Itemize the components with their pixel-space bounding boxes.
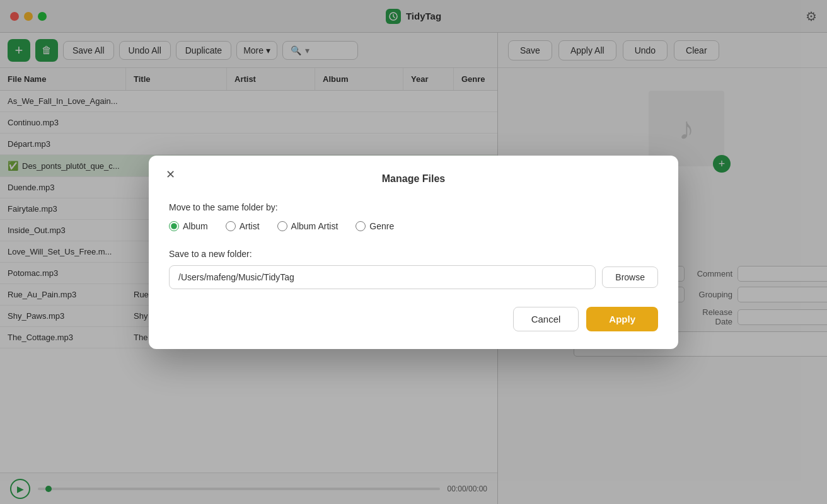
- radio-item-artist[interactable]: Artist: [226, 221, 260, 231]
- folder-row: Browse: [169, 265, 658, 289]
- radio-artist[interactable]: [226, 221, 236, 231]
- radio-item-album[interactable]: Album: [169, 221, 208, 231]
- radio-item-album_artist[interactable]: Album Artist: [277, 221, 338, 231]
- radio-item-genre[interactable]: Genre: [356, 221, 394, 231]
- move-section-label: Move to the same folder by:: [169, 202, 658, 212]
- radio-album[interactable]: [169, 221, 179, 231]
- radio-label-album: Album: [183, 221, 208, 231]
- folder-label: Save to a new folder:: [169, 249, 658, 259]
- folder-path-input[interactable]: [169, 265, 596, 289]
- radio-label-artist: Artist: [240, 221, 260, 231]
- radio-group: AlbumArtistAlbum ArtistGenre: [169, 221, 658, 231]
- radio-label-genre: Genre: [369, 221, 394, 231]
- browse-button[interactable]: Browse: [602, 266, 658, 288]
- radio-genre[interactable]: [356, 221, 366, 231]
- modal-close-button[interactable]: ✕: [161, 166, 179, 183]
- modal-overlay[interactable]: ✕ Manage Files Move to the same folder b…: [0, 0, 827, 504]
- apply-button[interactable]: Apply: [586, 307, 658, 331]
- radio-album_artist[interactable]: [277, 221, 287, 231]
- modal-title: Manage Files: [169, 173, 658, 185]
- radio-label-album_artist: Album Artist: [291, 221, 338, 231]
- cancel-button[interactable]: Cancel: [513, 307, 579, 331]
- modal-footer: Cancel Apply: [169, 307, 658, 331]
- manage-files-modal: ✕ Manage Files Move to the same folder b…: [149, 156, 678, 349]
- folder-section: Save to a new folder: Browse: [169, 249, 658, 289]
